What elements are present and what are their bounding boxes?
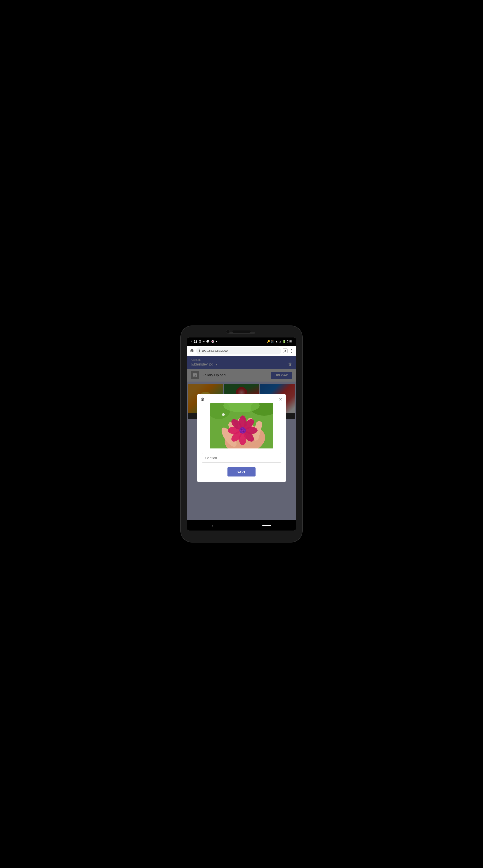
key-icon: 🔑 xyxy=(266,340,270,343)
phone-camera xyxy=(226,330,230,334)
status-bar: 4:22 🖼 ✉ 💬 👻 • 🔑 📳 ▲ ▲ 🔋 63% xyxy=(187,338,296,346)
save-button[interactable]: SAVE xyxy=(227,467,256,476)
snapchat-icon-status: 👻 xyxy=(211,340,214,343)
url-bar[interactable]: ℹ 192.168.88.88:3000 xyxy=(196,347,281,354)
url-text: 192.168.88.88:3000 xyxy=(201,349,228,352)
browser-actions: 2 ⋮ xyxy=(283,348,293,353)
signal-icon: ▲ xyxy=(279,340,282,343)
whatsapp-icon-status: 💬 xyxy=(206,340,209,343)
bottom-nav: ‹ xyxy=(187,520,296,530)
more-options-icon[interactable]: ⋮ xyxy=(289,348,293,353)
app-content: Account jwblangley.jpg ▼ 🗑 Gallery Uploa… xyxy=(187,356,296,520)
gallery-icon-status: 🖼 xyxy=(199,340,201,343)
status-left: 4:22 🖼 ✉ 💬 👻 • xyxy=(191,340,217,343)
modal-overlay[interactable]: 🗑 ✕ xyxy=(187,356,296,520)
vibrate-icon: 📳 xyxy=(271,340,274,343)
home-button[interactable] xyxy=(190,348,194,354)
url-info-icon: ℹ xyxy=(199,349,200,352)
battery-icon: 🔋 xyxy=(282,340,286,343)
phone-screen: 4:22 🖼 ✉ 💬 👻 • 🔑 📳 ▲ ▲ 🔋 63% xyxy=(187,338,296,530)
dot-status: • xyxy=(216,340,217,343)
modal-image xyxy=(210,403,273,448)
battery-percent: 63% xyxy=(287,340,292,343)
back-button[interactable]: ‹ xyxy=(212,523,213,528)
phone-device: 4:22 🖼 ✉ 💬 👻 • 🔑 📳 ▲ ▲ 🔋 63% xyxy=(180,326,303,542)
modal-delete-button[interactable]: 🗑 xyxy=(201,397,205,402)
caption-input[interactable] xyxy=(202,453,281,463)
phone-speaker xyxy=(232,331,251,333)
tab-count[interactable]: 2 xyxy=(283,348,287,353)
home-bar[interactable] xyxy=(262,525,272,526)
wifi-icon: ▲ xyxy=(275,340,278,343)
modal-dialog: 🗑 ✕ xyxy=(197,394,286,482)
status-time: 4:22 xyxy=(191,340,197,343)
save-btn-container: SAVE xyxy=(197,467,286,482)
status-right: 🔑 📳 ▲ ▲ 🔋 63% xyxy=(266,340,292,343)
message-icon-status: ✉ xyxy=(203,340,205,343)
modal-close-button[interactable]: ✕ xyxy=(279,397,282,402)
svg-point-24 xyxy=(222,413,225,416)
browser-bar: ℹ 192.168.88.88:3000 2 ⋮ xyxy=(187,346,296,356)
modal-top-bar: 🗑 ✕ xyxy=(197,394,286,403)
